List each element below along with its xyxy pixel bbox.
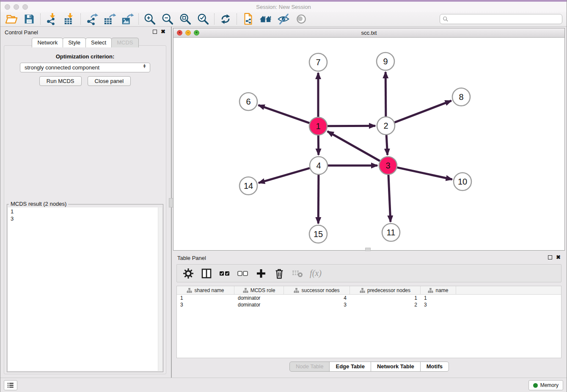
table-tab-node-table[interactable]: Node Table	[289, 362, 330, 372]
attribute-icon	[243, 288, 248, 293]
column-header-label: MCDS role	[250, 287, 275, 293]
zoom-out-button[interactable]	[160, 13, 175, 25]
zoom-selected-button[interactable]	[195, 13, 211, 25]
unchecked-boxes-icon	[237, 270, 248, 277]
close-table-panel-icon[interactable]: ✖	[556, 254, 561, 260]
graph-edge-2-3[interactable]	[386, 135, 388, 155]
control-tab-network[interactable]: Network	[32, 38, 63, 47]
column-header-successor-nodes[interactable]: successor nodes	[284, 286, 350, 294]
memory-label: Memory	[540, 382, 559, 388]
node-table-header: shared nameMCDS rolesuccessor nodesprede…	[177, 286, 561, 295]
graph-edge-2-9[interactable]	[385, 72, 386, 116]
zoom-in-button[interactable]	[142, 13, 157, 25]
show-column-button[interactable]	[200, 267, 213, 280]
graph-edge-3-10[interactable]	[397, 168, 452, 179]
two-houses-icon	[259, 13, 272, 25]
graph-node-label: 3	[385, 161, 390, 170]
table-options-button[interactable]	[182, 267, 195, 280]
function-builder-button[interactable]: f(x)	[309, 267, 322, 280]
control-panel: Control Panel ✖ NetworkStyleSelectMCDS O…	[0, 27, 170, 378]
table-cell[interactable]: 3	[177, 301, 234, 308]
result-scrollbar[interactable]	[158, 207, 162, 371]
graph-edge-2-8[interactable]	[395, 101, 451, 122]
clone-network-button[interactable]	[240, 13, 256, 25]
table-cell[interactable]: 4	[284, 295, 350, 301]
search-field[interactable]	[440, 14, 562, 24]
delete-columns-button[interactable]	[273, 267, 286, 280]
graph-edge-4-15[interactable]	[318, 175, 319, 224]
float-table-panel-icon[interactable]	[548, 255, 552, 259]
column-header-shared-name[interactable]: shared name	[177, 286, 234, 294]
import-network-icon	[45, 13, 58, 25]
graph-edge-4-14[interactable]	[259, 168, 310, 183]
create-column-button[interactable]	[255, 267, 267, 280]
gear-icon	[183, 268, 194, 279]
import-table-icon	[63, 13, 76, 25]
table-cell[interactable]: 1	[421, 295, 456, 301]
column-header-name[interactable]: name	[421, 286, 456, 294]
zoom-selected-icon	[197, 13, 209, 25]
column-header-predecessor-nodes[interactable]: predecessor nodes	[350, 286, 421, 294]
first-neighbors-button[interactable]	[258, 13, 273, 25]
table-cell[interactable]: 1	[350, 295, 421, 301]
attribute-icon	[428, 288, 433, 293]
delete-table-icon	[292, 269, 303, 278]
graph-edge-1-2[interactable]	[328, 126, 375, 126]
table-cell[interactable]: dominator	[234, 295, 284, 301]
birds-eye-view-button[interactable]	[294, 13, 309, 25]
plus-icon	[256, 268, 266, 279]
zoom-fit-button[interactable]	[178, 13, 193, 25]
table-panel: Table Panel ✖	[173, 252, 565, 375]
column-header-MCDS-role[interactable]: MCDS role	[234, 286, 284, 294]
horizontal-splitter-handle[interactable]	[365, 248, 371, 251]
refresh-button[interactable]	[218, 13, 233, 25]
run-mcds-button[interactable]: Run MCDS	[39, 76, 82, 86]
export-network-button[interactable]	[84, 13, 99, 25]
table-row[interactable]: 1dominator411	[177, 295, 561, 301]
network-window-titlebar[interactable]: × – + scc.txt	[173, 28, 564, 38]
unselect-all-columns-button[interactable]	[237, 267, 249, 280]
table-cell[interactable]: 3	[421, 301, 456, 308]
task-history-button[interactable]	[4, 380, 17, 390]
graph-edge-3-11[interactable]	[388, 175, 391, 222]
titlebar: Session: New Session	[0, 2, 567, 12]
graph-svg: 7968124314101511	[173, 38, 564, 250]
graph-edge-1-6[interactable]	[259, 105, 310, 123]
network-canvas[interactable]: 7968124314101511	[173, 38, 564, 250]
column-header-label: shared name	[194, 287, 224, 293]
show-hide-graphics-button[interactable]	[276, 13, 291, 25]
mcds-result-area[interactable]: 1 3	[8, 207, 162, 371]
table-cell[interactable]: 2	[350, 301, 421, 308]
export-table-button[interactable]	[102, 13, 117, 25]
table-cell[interactable]: dominator	[234, 301, 284, 308]
control-tab-style[interactable]: Style	[63, 38, 86, 47]
graph-edge-3-1[interactable]	[328, 131, 380, 161]
node-table: shared nameMCDS rolesuccessor nodesprede…	[176, 286, 561, 358]
close-panel-icon[interactable]: ✖	[161, 29, 165, 34]
graph-node-label: 8	[459, 92, 463, 102]
table-tab-motifs[interactable]: Motifs	[420, 362, 449, 372]
memory-button[interactable]: Memory	[528, 380, 563, 390]
table-row[interactable]: 3dominator323	[177, 301, 561, 308]
clone-network-icon	[242, 13, 254, 25]
control-tab-mcds[interactable]: MCDS	[111, 38, 138, 47]
import-table-button[interactable]	[62, 13, 77, 25]
column-header-label: predecessor nodes	[367, 287, 410, 293]
table-tab-edge-table[interactable]: Edge Table	[329, 362, 371, 372]
table-panel-title: Table Panel	[177, 255, 206, 261]
table-cell[interactable]: 1	[177, 295, 234, 301]
table-cell[interactable]: 3	[284, 301, 350, 308]
export-image-button[interactable]	[120, 13, 135, 25]
control-tab-select[interactable]: Select	[85, 38, 112, 47]
select-all-columns-button[interactable]	[218, 267, 231, 280]
table-tab-network-table[interactable]: Network Table	[371, 362, 421, 372]
criterion-dropdown[interactable]: strongly connected component ▲▼	[20, 63, 150, 72]
import-network-button[interactable]	[44, 13, 59, 25]
search-input[interactable]	[450, 16, 559, 22]
delete-table-button[interactable]	[291, 267, 304, 280]
close-panel-button[interactable]: Close panel	[88, 76, 131, 86]
float-panel-icon[interactable]	[153, 30, 157, 34]
application-window: Session: New Session	[0, 0, 567, 392]
save-session-button[interactable]	[22, 13, 37, 25]
open-session-button[interactable]	[4, 13, 19, 25]
